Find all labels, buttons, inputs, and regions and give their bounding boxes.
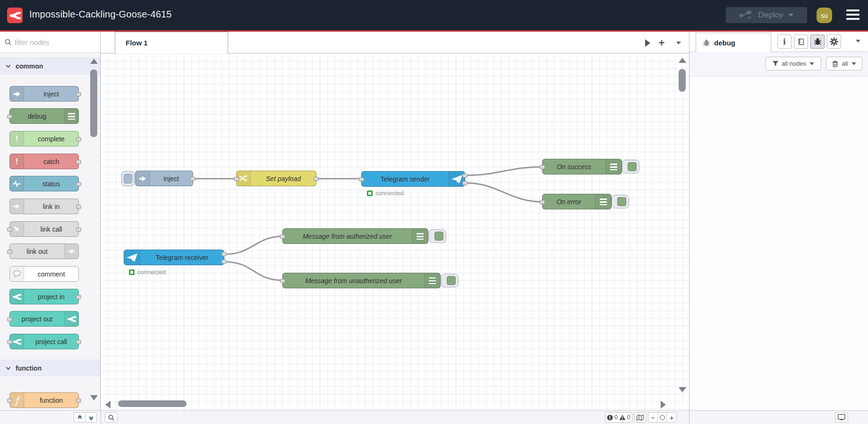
palette-node-inject[interactable]: inject	[9, 86, 79, 102]
palette-node-debug[interactable]: debug	[9, 108, 79, 124]
debug-clear-button[interactable]: all	[826, 57, 862, 70]
flow-node-telegram-sender[interactable]: Telegram sender	[361, 171, 465, 187]
flow-node-on-success[interactable]: On success	[542, 159, 622, 174]
input-port[interactable]	[359, 177, 364, 182]
palette-node-catch[interactable]: ! catch	[9, 154, 79, 169]
debug-toggle-button[interactable]	[429, 229, 446, 243]
output-port[interactable]	[76, 398, 81, 403]
canvas-vscrollbar-handle[interactable]	[679, 69, 686, 92]
config-tab-button[interactable]	[827, 35, 841, 49]
palette-node-link-call[interactable]: link call	[9, 221, 79, 237]
tab-list-button[interactable]	[642, 37, 653, 49]
wire-receiver-unauthorized[interactable]	[225, 262, 283, 280]
tab-debug[interactable]: debug	[696, 33, 771, 52]
output-port[interactable]	[76, 205, 81, 209]
palette-scroll-down-icon[interactable]	[90, 395, 98, 400]
debug-sidebar: debug i all nodes all	[689, 32, 868, 410]
zoom-out-button[interactable]: −	[648, 412, 658, 423]
output-port[interactable]	[76, 182, 81, 186]
input-port[interactable]	[540, 200, 545, 204]
tab-flow-1[interactable]: Flow 1	[115, 32, 228, 53]
debug-toggle-button[interactable]	[622, 160, 639, 173]
output-port-2[interactable]	[462, 181, 468, 185]
help-tab-button[interactable]	[794, 35, 808, 49]
palette-collapse-all-button[interactable]	[74, 412, 85, 423]
input-port[interactable]	[280, 279, 285, 283]
tab-menu-button[interactable]	[673, 37, 684, 49]
event-log-button[interactable]	[835, 412, 848, 423]
debug-messages-panel[interactable]	[689, 77, 868, 410]
palette-node-function[interactable]: ƒ function	[9, 392, 79, 408]
palette-node-complete[interactable]: ! complete	[9, 131, 79, 147]
palette-filter-input[interactable]	[15, 38, 76, 46]
input-port[interactable]	[7, 317, 12, 321]
palette-node-link-in[interactable]: link in	[9, 199, 79, 214]
canvas-search-button[interactable]	[105, 412, 118, 423]
sidebar-menu-caret-icon[interactable]	[856, 40, 860, 43]
input-port[interactable]	[234, 177, 239, 181]
canvas-scroll-right-icon[interactable]	[661, 401, 666, 408]
output-port[interactable]	[76, 137, 81, 141]
canvas-scroll-left-icon[interactable]	[105, 401, 111, 408]
output-port-1[interactable]	[221, 252, 227, 256]
inject-trigger-button[interactable]	[121, 171, 135, 186]
main-menu-icon[interactable]	[846, 9, 859, 20]
flow-node-set-payload[interactable]: Set payload	[236, 171, 316, 186]
input-port[interactable]	[7, 114, 12, 119]
input-port[interactable]	[280, 234, 285, 239]
wire-receiver-authorized[interactable]	[225, 236, 283, 254]
wire-sender-onerror[interactable]	[466, 183, 543, 202]
output-port[interactable]	[76, 295, 81, 299]
palette-node-project-in[interactable]: project in	[9, 289, 79, 304]
palette-node-status[interactable]: status	[9, 176, 79, 191]
flow-node-msg-unauthorized[interactable]: Message from unautherized user	[282, 273, 441, 288]
canvas-hscrollbar-handle[interactable]	[118, 400, 187, 407]
palette-scroll-up-icon[interactable]	[90, 59, 98, 64]
info-tab-button[interactable]: i	[777, 35, 791, 49]
notifications-status[interactable]: 0 0	[605, 412, 632, 423]
palette-category-common[interactable]: common	[0, 58, 100, 74]
palette-node-project-out[interactable]: project out	[9, 311, 79, 327]
debug-filter-button[interactable]: all nodes	[766, 57, 821, 70]
debug-tab-button[interactable]	[810, 35, 825, 49]
debug-toggle-button[interactable]	[441, 274, 459, 287]
gear-icon	[830, 37, 838, 46]
output-port-1[interactable]	[462, 173, 468, 178]
flow-node-on-error[interactable]: On error	[542, 194, 612, 209]
wire-sender-onsuccess[interactable]	[466, 167, 543, 175]
output-port[interactable]	[76, 340, 81, 344]
flow-node-msg-authorized[interactable]: Message from autherized user	[282, 228, 428, 244]
palette-node-link-out[interactable]: link out	[9, 243, 79, 259]
input-port[interactable]	[7, 227, 12, 232]
output-port[interactable]	[76, 92, 81, 96]
flow-node-inject[interactable]: inject	[135, 171, 193, 186]
zoom-reset-button[interactable]	[658, 412, 667, 423]
navigator-toggle-button[interactable]	[634, 412, 646, 423]
flow-canvas[interactable]: inject Set payload Telegram sender conne…	[101, 53, 689, 410]
canvas-scroll-up-icon[interactable]	[679, 58, 686, 63]
palette-node-comment[interactable]: comment	[9, 266, 79, 282]
debug-toggle-button[interactable]	[612, 195, 629, 208]
deploy-options-caret-icon[interactable]	[789, 14, 793, 17]
palette-expand-all-button[interactable]	[85, 412, 97, 423]
zoom-in-button[interactable]: +	[667, 412, 676, 423]
double-chevron-down-icon	[90, 415, 93, 420]
palette-scrollbar-handle[interactable]	[90, 69, 97, 137]
output-port-2[interactable]	[221, 260, 227, 264]
output-port[interactable]	[76, 160, 81, 164]
palette-node-project-call[interactable]: project call	[9, 334, 79, 349]
user-avatar[interactable]: su	[817, 8, 832, 23]
canvas-scroll-down-icon[interactable]	[679, 387, 686, 392]
output-port[interactable]	[190, 177, 196, 181]
palette-search[interactable]	[0, 32, 100, 53]
input-port[interactable]	[7, 398, 12, 403]
flow-node-telegram-receiver[interactable]: Telegram receiver	[124, 250, 224, 265]
palette-category-function[interactable]: function	[0, 360, 100, 376]
deploy-button[interactable]: Deploy	[726, 7, 807, 23]
output-port[interactable]	[314, 177, 319, 181]
input-port[interactable]	[7, 250, 12, 254]
add-flow-button[interactable]: +	[656, 37, 667, 49]
input-port[interactable]	[540, 165, 545, 169]
output-port[interactable]	[76, 227, 81, 232]
input-port[interactable]	[7, 340, 12, 344]
